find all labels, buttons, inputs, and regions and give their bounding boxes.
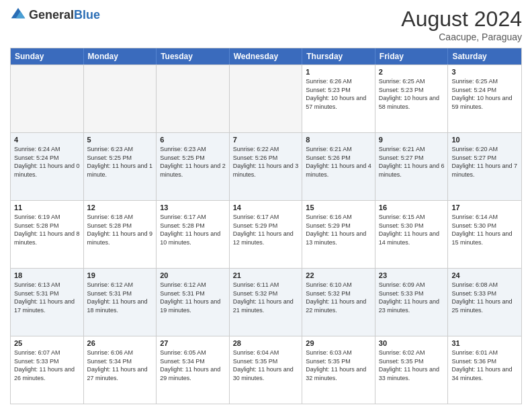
day-info: Sunrise: 6:02 AMSunset: 5:35 PMDaylight:… <box>379 349 445 382</box>
day-number: 13 <box>160 203 226 212</box>
day-number: 3 <box>451 68 518 76</box>
calendar-row-1: 1Sunrise: 6:26 AMSunset: 5:23 PMDaylight… <box>11 64 521 132</box>
calendar-row-4: 18Sunrise: 6:13 AMSunset: 5:31 PMDayligh… <box>11 268 521 336</box>
subtitle: Caacupe, Paraguay <box>401 32 522 42</box>
day-info: Sunrise: 6:09 AMSunset: 5:33 PMDaylight:… <box>379 281 445 314</box>
calendar-header: SundayMondayTuesdayWednesdayThursdayFrid… <box>11 48 521 64</box>
day-number: 22 <box>306 271 371 279</box>
day-info: Sunrise: 6:07 AMSunset: 5:33 PMDaylight:… <box>14 349 80 382</box>
day-cell-25: 25Sunrise: 6:07 AMSunset: 5:33 PMDayligh… <box>11 336 84 404</box>
day-cell-2: 2Sunrise: 6:25 AMSunset: 5:23 PMDaylight… <box>375 65 449 132</box>
calendar-body: 1Sunrise: 6:26 AMSunset: 5:23 PMDaylight… <box>11 64 521 404</box>
day-info: Sunrise: 6:20 AMSunset: 5:27 PMDaylight:… <box>451 145 518 179</box>
day-number: 11 <box>14 203 80 212</box>
calendar-row-2: 4Sunrise: 6:24 AMSunset: 5:24 PMDaylight… <box>11 132 521 200</box>
day-number: 29 <box>306 339 371 347</box>
header-day-monday: Monday <box>84 48 157 64</box>
day-number: 17 <box>451 203 518 212</box>
day-number: 30 <box>379 339 445 347</box>
header-day-tuesday: Tuesday <box>157 48 230 64</box>
day-number: 25 <box>14 339 80 347</box>
day-number: 1 <box>306 68 371 76</box>
day-number: 24 <box>451 271 518 279</box>
day-cell-4: 4Sunrise: 6:24 AMSunset: 5:24 PMDaylight… <box>11 133 84 200</box>
day-info: Sunrise: 6:21 AMSunset: 5:27 PMDaylight:… <box>379 145 445 179</box>
day-info: Sunrise: 6:04 AMSunset: 5:35 PMDaylight:… <box>233 349 299 382</box>
day-cell-29: 29Sunrise: 6:03 AMSunset: 5:35 PMDayligh… <box>302 336 375 404</box>
day-number: 18 <box>14 271 80 279</box>
day-info: Sunrise: 6:21 AMSunset: 5:26 PMDaylight:… <box>306 145 371 179</box>
month-title: August 2024 <box>401 7 522 32</box>
day-number: 19 <box>87 271 153 279</box>
day-info: Sunrise: 6:10 AMSunset: 5:32 PMDaylight:… <box>306 281 371 314</box>
day-cell-31: 31Sunrise: 6:01 AMSunset: 5:36 PMDayligh… <box>448 336 521 404</box>
day-info: Sunrise: 6:18 AMSunset: 5:28 PMDaylight:… <box>87 213 153 246</box>
day-number: 10 <box>451 136 518 144</box>
day-number: 12 <box>87 203 153 212</box>
day-cell-18: 18Sunrise: 6:13 AMSunset: 5:31 PMDayligh… <box>11 269 84 336</box>
day-number: 5 <box>87 136 153 144</box>
day-info: Sunrise: 6:16 AMSunset: 5:29 PMDaylight:… <box>306 213 371 246</box>
day-cell-17: 17Sunrise: 6:14 AMSunset: 5:30 PMDayligh… <box>448 201 521 268</box>
day-info: Sunrise: 6:25 AMSunset: 5:24 PMDaylight:… <box>451 77 518 111</box>
day-info: Sunrise: 6:23 AMSunset: 5:25 PMDaylight:… <box>87 145 153 179</box>
day-cell-23: 23Sunrise: 6:09 AMSunset: 5:33 PMDayligh… <box>375 269 449 336</box>
day-number: 15 <box>306 203 371 212</box>
day-info: Sunrise: 6:23 AMSunset: 5:25 PMDaylight:… <box>160 145 226 179</box>
day-cell-30: 30Sunrise: 6:02 AMSunset: 5:35 PMDayligh… <box>375 336 449 404</box>
day-info: Sunrise: 6:22 AMSunset: 5:26 PMDaylight:… <box>233 145 299 179</box>
calendar: SundayMondayTuesdayWednesdayThursdayFrid… <box>10 48 522 404</box>
day-number: 28 <box>233 339 299 347</box>
logo-general: General <box>29 8 74 21</box>
day-number: 9 <box>379 136 445 144</box>
day-info: Sunrise: 6:15 AMSunset: 5:30 PMDaylight:… <box>379 213 445 246</box>
day-info: Sunrise: 6:26 AMSunset: 5:23 PMDaylight:… <box>306 77 371 111</box>
day-number: 21 <box>233 271 299 279</box>
day-number: 8 <box>306 136 371 144</box>
empty-cell <box>230 65 303 132</box>
logo-icon <box>10 7 26 23</box>
empty-cell <box>157 65 230 132</box>
day-cell-11: 11Sunrise: 6:19 AMSunset: 5:28 PMDayligh… <box>11 201 84 268</box>
day-cell-3: 3Sunrise: 6:25 AMSunset: 5:24 PMDaylight… <box>448 65 521 132</box>
header-day-sunday: Sunday <box>11 48 84 64</box>
day-cell-8: 8Sunrise: 6:21 AMSunset: 5:26 PMDaylight… <box>302 133 375 200</box>
day-info: Sunrise: 6:14 AMSunset: 5:30 PMDaylight:… <box>451 213 518 246</box>
day-number: 16 <box>379 203 445 212</box>
empty-cell <box>11 65 84 132</box>
day-cell-20: 20Sunrise: 6:12 AMSunset: 5:31 PMDayligh… <box>157 269 230 336</box>
day-cell-13: 13Sunrise: 6:17 AMSunset: 5:28 PMDayligh… <box>157 201 230 268</box>
day-info: Sunrise: 6:17 AMSunset: 5:29 PMDaylight:… <box>233 213 299 246</box>
day-number: 20 <box>160 271 226 279</box>
empty-cell <box>84 65 157 132</box>
day-number: 26 <box>87 339 153 347</box>
day-cell-19: 19Sunrise: 6:12 AMSunset: 5:31 PMDayligh… <box>84 269 157 336</box>
day-number: 7 <box>233 136 299 144</box>
day-cell-1: 1Sunrise: 6:26 AMSunset: 5:23 PMDaylight… <box>302 65 375 132</box>
day-info: Sunrise: 6:13 AMSunset: 5:31 PMDaylight:… <box>14 281 80 314</box>
calendar-row-5: 25Sunrise: 6:07 AMSunset: 5:33 PMDayligh… <box>11 336 521 404</box>
day-info: Sunrise: 6:12 AMSunset: 5:31 PMDaylight:… <box>160 281 226 314</box>
day-cell-6: 6Sunrise: 6:23 AMSunset: 5:25 PMDaylight… <box>157 133 230 200</box>
day-info: Sunrise: 6:25 AMSunset: 5:23 PMDaylight:… <box>379 77 445 111</box>
day-info: Sunrise: 6:17 AMSunset: 5:28 PMDaylight:… <box>160 213 226 246</box>
day-info: Sunrise: 6:05 AMSunset: 5:34 PMDaylight:… <box>160 349 226 382</box>
logo: GeneralBlue <box>10 7 100 23</box>
day-cell-14: 14Sunrise: 6:17 AMSunset: 5:29 PMDayligh… <box>230 201 303 268</box>
day-cell-7: 7Sunrise: 6:22 AMSunset: 5:26 PMDaylight… <box>230 133 303 200</box>
logo-blue: Blue <box>74 8 100 21</box>
day-cell-5: 5Sunrise: 6:23 AMSunset: 5:25 PMDaylight… <box>84 133 157 200</box>
day-info: Sunrise: 6:11 AMSunset: 5:32 PMDaylight:… <box>233 281 299 314</box>
header-day-wednesday: Wednesday <box>230 48 303 64</box>
day-number: 27 <box>160 339 226 347</box>
day-cell-12: 12Sunrise: 6:18 AMSunset: 5:28 PMDayligh… <box>84 201 157 268</box>
day-cell-27: 27Sunrise: 6:05 AMSunset: 5:34 PMDayligh… <box>157 336 230 404</box>
header-day-thursday: Thursday <box>302 48 375 64</box>
day-info: Sunrise: 6:06 AMSunset: 5:34 PMDaylight:… <box>87 349 153 382</box>
day-info: Sunrise: 6:03 AMSunset: 5:35 PMDaylight:… <box>306 349 371 382</box>
day-number: 4 <box>14 136 80 144</box>
day-number: 14 <box>233 203 299 212</box>
day-cell-21: 21Sunrise: 6:11 AMSunset: 5:32 PMDayligh… <box>230 269 303 336</box>
day-number: 6 <box>160 136 226 144</box>
day-info: Sunrise: 6:08 AMSunset: 5:33 PMDaylight:… <box>451 281 518 314</box>
